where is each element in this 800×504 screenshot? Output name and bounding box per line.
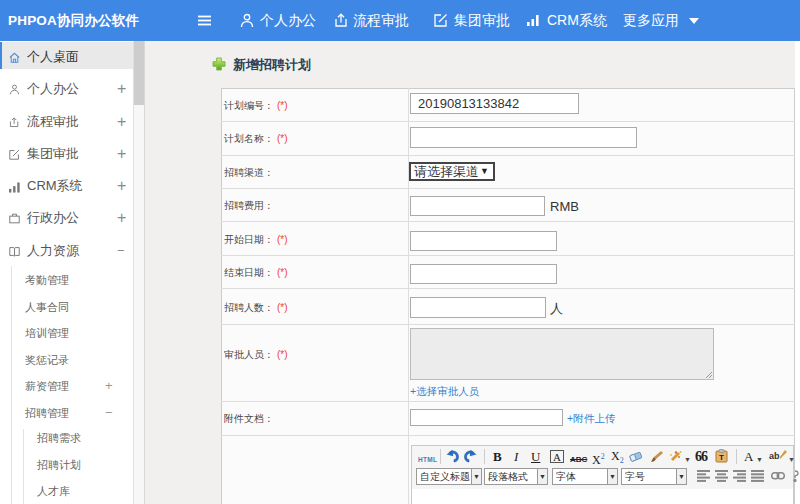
svg-text:T: T — [719, 453, 724, 462]
